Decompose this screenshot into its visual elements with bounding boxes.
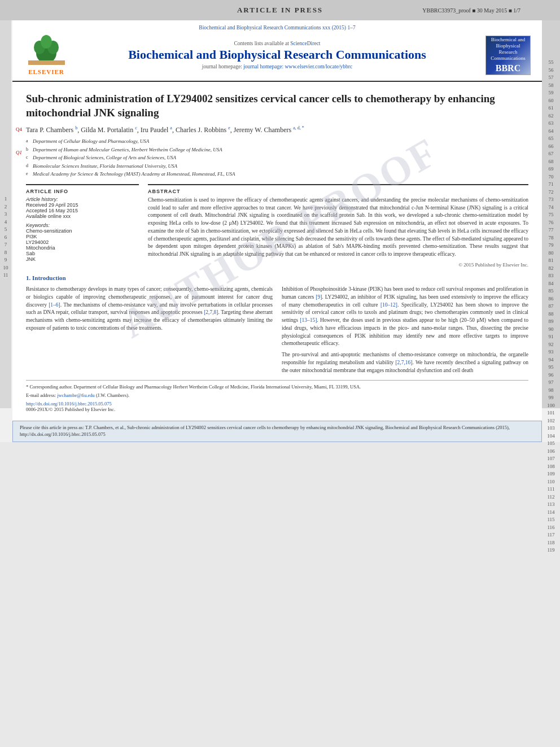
line-number: 114 bbox=[542, 509, 560, 517]
ref-13-15[interactable]: [13–15] bbox=[300, 317, 317, 323]
available-value: Available online xxx bbox=[26, 213, 139, 219]
ref-9[interactable]: [9] bbox=[316, 294, 322, 300]
keyword-3: LY294002 bbox=[26, 239, 139, 245]
main-content: Biochemical and Biophysical Research Com… bbox=[12, 20, 542, 421]
line-number: 60 bbox=[542, 97, 560, 105]
email-link[interactable]: jwchambe@fiu.edu bbox=[57, 392, 95, 398]
line-number: 1 bbox=[0, 195, 11, 203]
line-number: 119 bbox=[542, 547, 560, 554]
line-number: 57 bbox=[542, 74, 560, 82]
line-number: 98 bbox=[542, 387, 560, 395]
line-number: 104 bbox=[542, 433, 560, 440]
line-number: 76 bbox=[542, 219, 560, 227]
line-number: 91 bbox=[542, 333, 560, 341]
footnote-email: E-mail address: jwchambe@fiu.edu (J.W. C… bbox=[26, 392, 528, 399]
article-in-press-label: ARTICLE IN PRESS bbox=[237, 6, 323, 15]
author-sup-c: c bbox=[135, 125, 137, 130]
abstract-copyright: © 2015 Published by Elsevier Inc. bbox=[148, 262, 528, 268]
line-number: 68 bbox=[542, 158, 560, 166]
line-number: 85 bbox=[542, 287, 560, 295]
top-banner: ARTICLE IN PRESS YBBRC33973_proof ■ 30 M… bbox=[0, 0, 560, 20]
elsevier-label: ELSEVIER bbox=[28, 68, 64, 75]
line-number: 115 bbox=[542, 516, 560, 524]
intro-right-text-1: Inhibition of Phosphoinositide 3-kinase … bbox=[282, 286, 528, 348]
line-number: 105 bbox=[542, 440, 560, 448]
accepted-value: Accepted 16 May 2015 bbox=[26, 208, 139, 213]
footnote-doi: http://dx.doi.org/10.1016/j.bbrc.2015.05… bbox=[26, 401, 528, 407]
ref-2-7-16[interactable]: [2,7,16] bbox=[395, 360, 412, 365]
elsevier-logo: ELSEVIER bbox=[24, 35, 69, 75]
article-history-group: Article history: Received 29 April 2015 … bbox=[26, 196, 139, 219]
affiliation-c: c Department of Biological Sciences, Col… bbox=[26, 154, 528, 162]
footnotes: * Corresponding author. Department of Ce… bbox=[26, 380, 528, 413]
line-number: 95 bbox=[542, 364, 560, 372]
line-number: 90 bbox=[542, 326, 560, 334]
article-info-heading: article info bbox=[26, 189, 139, 194]
line-number: 72 bbox=[542, 189, 560, 196]
line-number: 87 bbox=[542, 303, 560, 311]
ref-10-12[interactable]: [10–12] bbox=[380, 302, 397, 308]
line-number: 63 bbox=[542, 120, 560, 128]
keywords-label: Keywords: bbox=[26, 222, 139, 228]
line-number: 101 bbox=[542, 409, 560, 417]
article-main-title: Sub-chronic administration of LY294002 s… bbox=[26, 92, 528, 120]
line-number: 73 bbox=[542, 196, 560, 204]
page-wrapper: ARTICLE IN PRESS YBBRC33973_proof ■ 30 M… bbox=[0, 0, 560, 442]
line-number: 66 bbox=[542, 143, 560, 151]
citation-text: Please cite this article in press as: T.… bbox=[20, 425, 510, 437]
line-number: 59 bbox=[542, 89, 560, 97]
author-sup-e: e bbox=[228, 125, 230, 130]
line-number: 74 bbox=[542, 204, 560, 212]
line-number: 93 bbox=[542, 348, 560, 356]
line-number: 99 bbox=[542, 394, 560, 402]
line-number: 78 bbox=[542, 234, 560, 242]
line-numbers-left: 1234567891011 bbox=[0, 20, 11, 408]
ref-1-6[interactable]: [1–6] bbox=[49, 302, 60, 308]
line-number: 11 bbox=[0, 272, 11, 279]
line-number: 106 bbox=[542, 448, 560, 456]
affiliation-e: e Medical Academy for Science & Technolo… bbox=[26, 171, 528, 178]
line-number: 75 bbox=[542, 211, 560, 219]
line-number: 62 bbox=[542, 112, 560, 120]
svg-rect-5 bbox=[28, 60, 65, 65]
intro-right-text-2: The pro-survival and anti-apoptotic mech… bbox=[282, 351, 528, 374]
line-number: 82 bbox=[542, 265, 560, 273]
affiliation-b: b Department of Human and Molecular Gene… bbox=[26, 146, 528, 154]
aff-sup-b: b bbox=[26, 146, 33, 154]
journal-main-title: Biochemical and Biophysical Research Com… bbox=[69, 47, 485, 62]
received-value: Received 29 April 2015 bbox=[26, 202, 139, 208]
authors-line: Q4 Tara P. Chambers b, Gilda M. Portalat… bbox=[26, 125, 528, 134]
aff-sup-a: a bbox=[26, 138, 33, 146]
aff-text-b: Department of Human and Molecular Geneti… bbox=[33, 146, 222, 154]
abstract-section: abstract Chemo-sensitization is used to … bbox=[148, 184, 528, 268]
affiliation-a: a Department of Cellular Biology and Pha… bbox=[26, 138, 528, 146]
keyword-6: JNK bbox=[26, 256, 139, 262]
contents-line: Contents lists available at ScienceDirec… bbox=[69, 41, 485, 46]
sciencedirect-link[interactable]: ScienceDirect bbox=[290, 41, 320, 46]
line-number: 69 bbox=[542, 165, 560, 173]
affiliations: Q1 a Department of Cellular Biology and … bbox=[26, 138, 528, 178]
keywords-section: Keywords: Chemo-sensitization PI3K LY294… bbox=[26, 222, 139, 262]
aff-sup-e: e bbox=[26, 171, 33, 178]
elsevier-tree-icon bbox=[28, 35, 65, 66]
line-number: 112 bbox=[542, 493, 560, 501]
journal-title-center: Contents lists available at ScienceDirec… bbox=[69, 41, 485, 69]
line-number: 79 bbox=[542, 242, 560, 250]
journal-source-line: Biochemical and Biophysical Research Com… bbox=[24, 25, 531, 30]
aff-text-e: Medical Academy for Science & Technology… bbox=[33, 171, 235, 178]
article-info-box: article info Article history: Received 2… bbox=[26, 184, 139, 262]
article-body: Sub-chronic administration of LY294002 s… bbox=[12, 82, 542, 421]
line-number: 7 bbox=[0, 241, 11, 249]
line-number: 84 bbox=[542, 280, 560, 288]
line-number: 118 bbox=[542, 539, 560, 547]
line-number: 64 bbox=[542, 128, 560, 136]
journal-url[interactable]: journal homepage: www.elsevier.com/locat… bbox=[243, 64, 352, 69]
ref-2-7-8[interactable]: [2,7,8] bbox=[204, 309, 218, 315]
article-title-section: Sub-chronic administration of LY294002 s… bbox=[26, 92, 528, 120]
line-number: 94 bbox=[542, 356, 560, 364]
doi-link[interactable]: http://dx.doi.org/10.1016/j.bbrc.2015.05… bbox=[26, 401, 112, 407]
abstract-heading: abstract bbox=[148, 189, 528, 194]
line-number: 83 bbox=[542, 272, 560, 280]
history-label: Article history: bbox=[26, 196, 139, 202]
intro-left-text: Resistance to chemotherapy develops in m… bbox=[26, 286, 273, 333]
